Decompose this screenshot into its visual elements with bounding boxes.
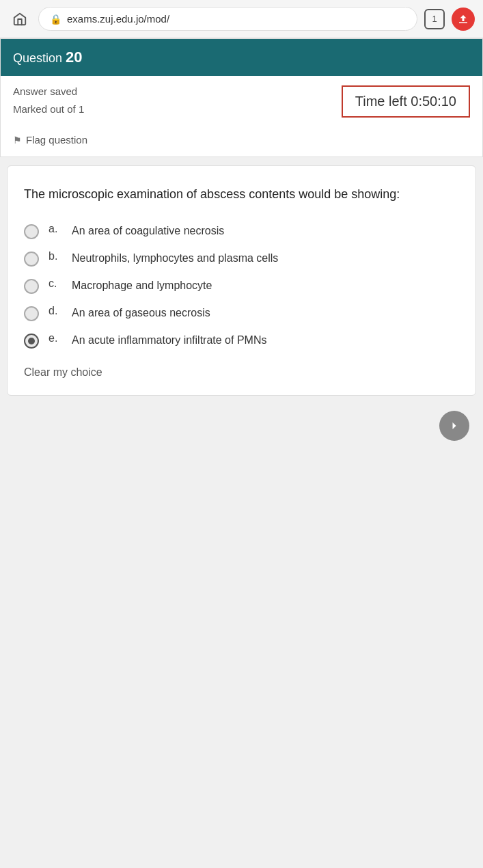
option-b[interactable]: b. Neutrophils, lymphocytes and plasma c… bbox=[24, 250, 459, 267]
option-c[interactable]: c. Macrophage and lymphocyte bbox=[24, 277, 459, 294]
timer-box: Time left 0:50:10 bbox=[342, 85, 470, 118]
answer-saved-label: Answer saved bbox=[13, 85, 339, 100]
option-a-label: a. bbox=[49, 223, 62, 235]
option-d-label: d. bbox=[49, 305, 62, 317]
radio-b[interactable] bbox=[24, 252, 39, 267]
radio-c[interactable] bbox=[24, 279, 39, 294]
browser-chrome: 🔒 exams.zuj.edu.jo/mod/ 1 bbox=[0, 0, 483, 38]
radio-d[interactable] bbox=[24, 306, 39, 321]
upload-button[interactable] bbox=[452, 8, 475, 31]
question-text: The microscopic examination of abscess c… bbox=[24, 185, 459, 204]
option-e-label: e. bbox=[49, 332, 62, 344]
flag-question-label: Flag question bbox=[26, 134, 87, 146]
flag-icon: ⚑ bbox=[13, 135, 22, 146]
option-b-text: Neutrophils, lymphocytes and plasma cell… bbox=[72, 250, 278, 267]
option-a-text: An area of coagulative necrosis bbox=[72, 223, 224, 239]
options-list: a. An area of coagulative necrosis b. Ne… bbox=[24, 223, 459, 349]
option-d[interactable]: d. An area of gaseous necrosis bbox=[24, 305, 459, 321]
lock-icon: 🔒 bbox=[50, 14, 61, 25]
svg-rect-0 bbox=[459, 22, 467, 23]
option-d-text: An area of gaseous necrosis bbox=[72, 305, 210, 321]
next-button[interactable] bbox=[439, 411, 469, 441]
option-a[interactable]: a. An area of coagulative necrosis bbox=[24, 223, 459, 239]
tab-badge[interactable]: 1 bbox=[424, 9, 445, 29]
option-e[interactable]: e. An acute inflammatory infiltrate of P… bbox=[24, 332, 459, 349]
marked-out-label: Marked out of 1 bbox=[13, 103, 339, 118]
question-title: Question 20 bbox=[13, 51, 83, 65]
timer-text: Time left 0:50:10 bbox=[355, 94, 456, 109]
option-c-label: c. bbox=[49, 277, 62, 290]
home-button[interactable] bbox=[8, 8, 31, 31]
option-e-text: An acute inflammatory infiltrate of PMNs bbox=[72, 332, 266, 349]
option-b-label: b. bbox=[49, 250, 62, 262]
url-bar[interactable]: 🔒 exams.zuj.edu.jo/mod/ bbox=[38, 7, 417, 31]
question-meta: Answer saved Time left 0:50:10 Marked ou… bbox=[1, 76, 482, 127]
radio-a[interactable] bbox=[24, 224, 39, 239]
page-content: Question 20 Answer saved Time left 0:50:… bbox=[0, 38, 483, 448]
bottom-nav bbox=[0, 404, 483, 448]
question-card: Question 20 Answer saved Time left 0:50:… bbox=[0, 38, 483, 157]
clear-choice-button[interactable]: Clear my choice bbox=[24, 364, 459, 381]
radio-e[interactable] bbox=[24, 334, 39, 349]
flag-question-button[interactable]: ⚑ Flag question bbox=[1, 127, 482, 157]
url-text: exams.zuj.edu.jo/mod/ bbox=[67, 13, 169, 25]
option-c-text: Macrophage and lymphocyte bbox=[72, 277, 212, 294]
quiz-card: The microscopic examination of abscess c… bbox=[7, 165, 476, 396]
question-header: Question 20 bbox=[1, 39, 482, 76]
